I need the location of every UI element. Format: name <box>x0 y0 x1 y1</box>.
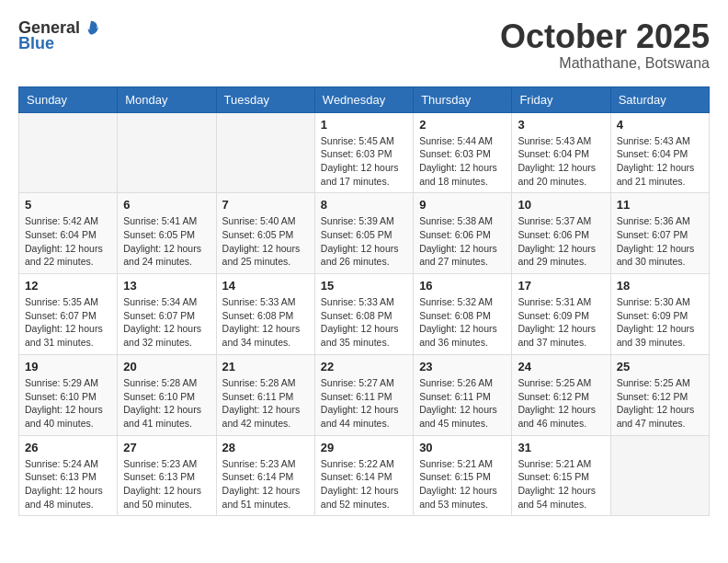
day-info: Sunrise: 5:43 AMSunset: 6:04 PMDaylight:… <box>617 134 703 189</box>
day-number: 23 <box>419 360 506 373</box>
day-info: Sunrise: 5:40 AMSunset: 6:05 PMDaylight:… <box>222 214 309 269</box>
day-info: Sunrise: 5:23 AMSunset: 6:14 PMDaylight:… <box>222 457 309 511</box>
calendar-week-row: 5Sunrise: 5:42 AMSunset: 6:04 PMDaylight… <box>19 193 710 274</box>
calendar-cell: 29Sunrise: 5:22 AMSunset: 6:14 PMDayligh… <box>314 435 413 516</box>
day-number: 8 <box>321 198 407 212</box>
calendar-cell: 5Sunrise: 5:42 AMSunset: 6:04 PMDaylight… <box>19 193 118 274</box>
calendar-cell: 12Sunrise: 5:35 AMSunset: 6:07 PMDayligh… <box>19 274 118 355</box>
day-number: 10 <box>518 198 604 212</box>
day-info: Sunrise: 5:28 AMSunset: 6:11 PMDaylight:… <box>222 376 309 431</box>
day-number: 27 <box>123 441 210 454</box>
calendar-cell: 10Sunrise: 5:37 AMSunset: 6:06 PMDayligh… <box>512 193 610 274</box>
weekday-header-wednesday: Wednesday <box>314 86 413 112</box>
day-info: Sunrise: 5:26 AMSunset: 6:11 PMDaylight:… <box>419 376 506 431</box>
calendar-cell: 25Sunrise: 5:25 AMSunset: 6:12 PMDayligh… <box>610 354 709 435</box>
day-info: Sunrise: 5:34 AMSunset: 6:07 PMDaylight:… <box>123 295 210 350</box>
day-info: Sunrise: 5:22 AMSunset: 6:14 PMDaylight:… <box>321 457 407 511</box>
weekday-header-saturday: Saturday <box>610 86 709 112</box>
day-number: 29 <box>321 441 407 454</box>
calendar-cell: 24Sunrise: 5:25 AMSunset: 6:12 PMDayligh… <box>512 354 610 435</box>
day-info: Sunrise: 5:33 AMSunset: 6:08 PMDaylight:… <box>321 295 407 350</box>
day-info: Sunrise: 5:44 AMSunset: 6:03 PMDaylight:… <box>419 134 506 189</box>
calendar-cell: 27Sunrise: 5:23 AMSunset: 6:13 PMDayligh… <box>118 435 216 516</box>
day-info: Sunrise: 5:21 AMSunset: 6:15 PMDaylight:… <box>518 457 604 511</box>
day-number: 2 <box>419 118 506 132</box>
calendar-cell <box>19 112 118 193</box>
logo: General Blue <box>18 18 100 53</box>
calendar-week-row: 12Sunrise: 5:35 AMSunset: 6:07 PMDayligh… <box>19 274 710 355</box>
calendar-week-row: 19Sunrise: 5:29 AMSunset: 6:10 PMDayligh… <box>19 354 710 435</box>
weekday-header-thursday: Thursday <box>414 86 512 112</box>
day-info: Sunrise: 5:35 AMSunset: 6:07 PMDaylight:… <box>25 295 111 350</box>
day-number: 20 <box>123 360 210 373</box>
day-number: 26 <box>25 441 111 454</box>
calendar-cell: 9Sunrise: 5:38 AMSunset: 6:06 PMDaylight… <box>414 193 512 274</box>
day-info: Sunrise: 5:28 AMSunset: 6:10 PMDaylight:… <box>123 376 210 431</box>
calendar-cell: 13Sunrise: 5:34 AMSunset: 6:07 PMDayligh… <box>118 274 216 355</box>
day-number: 19 <box>25 360 111 373</box>
weekday-header-monday: Monday <box>118 86 216 112</box>
day-info: Sunrise: 5:32 AMSunset: 6:08 PMDaylight:… <box>419 295 506 350</box>
day-number: 17 <box>518 279 604 293</box>
day-info: Sunrise: 5:37 AMSunset: 6:06 PMDaylight:… <box>518 214 604 269</box>
day-number: 15 <box>321 279 407 293</box>
calendar-cell <box>118 112 216 193</box>
day-info: Sunrise: 5:39 AMSunset: 6:05 PMDaylight:… <box>321 214 407 269</box>
day-number: 30 <box>419 441 506 454</box>
day-info: Sunrise: 5:41 AMSunset: 6:05 PMDaylight:… <box>123 214 210 269</box>
calendar-cell: 22Sunrise: 5:27 AMSunset: 6:11 PMDayligh… <box>314 354 413 435</box>
day-info: Sunrise: 5:23 AMSunset: 6:13 PMDaylight:… <box>123 457 210 511</box>
logo-bird-icon <box>82 19 100 38</box>
calendar-cell: 14Sunrise: 5:33 AMSunset: 6:08 PMDayligh… <box>216 274 314 355</box>
day-info: Sunrise: 5:27 AMSunset: 6:11 PMDaylight:… <box>321 376 407 431</box>
calendar-cell: 16Sunrise: 5:32 AMSunset: 6:08 PMDayligh… <box>414 274 512 355</box>
day-number: 11 <box>617 198 703 212</box>
calendar-cell <box>610 435 709 516</box>
calendar-cell: 6Sunrise: 5:41 AMSunset: 6:05 PMDaylight… <box>118 193 216 274</box>
day-number: 16 <box>419 279 506 293</box>
day-info: Sunrise: 5:30 AMSunset: 6:09 PMDaylight:… <box>617 295 703 350</box>
day-number: 9 <box>419 198 506 212</box>
day-info: Sunrise: 5:25 AMSunset: 6:12 PMDaylight:… <box>518 376 604 431</box>
calendar-cell: 20Sunrise: 5:28 AMSunset: 6:10 PMDayligh… <box>118 354 216 435</box>
location-title: Mathathane, Botswana <box>500 55 710 72</box>
day-info: Sunrise: 5:25 AMSunset: 6:12 PMDaylight:… <box>617 376 703 431</box>
calendar-cell: 7Sunrise: 5:40 AMSunset: 6:05 PMDaylight… <box>216 193 314 274</box>
day-number: 7 <box>222 198 309 212</box>
day-number: 25 <box>617 360 703 373</box>
calendar-cell: 1Sunrise: 5:45 AMSunset: 6:03 PMDaylight… <box>314 112 413 193</box>
day-number: 5 <box>25 198 111 212</box>
calendar-cell: 3Sunrise: 5:43 AMSunset: 6:04 PMDaylight… <box>512 112 610 193</box>
calendar-cell: 15Sunrise: 5:33 AMSunset: 6:08 PMDayligh… <box>314 274 413 355</box>
day-info: Sunrise: 5:43 AMSunset: 6:04 PMDaylight:… <box>518 134 604 189</box>
day-number: 21 <box>222 360 309 373</box>
weekday-header-sunday: Sunday <box>19 86 118 112</box>
calendar-cell: 19Sunrise: 5:29 AMSunset: 6:10 PMDayligh… <box>19 354 118 435</box>
calendar-cell: 18Sunrise: 5:30 AMSunset: 6:09 PMDayligh… <box>610 274 709 355</box>
day-info: Sunrise: 5:36 AMSunset: 6:07 PMDaylight:… <box>617 214 703 269</box>
day-info: Sunrise: 5:33 AMSunset: 6:08 PMDaylight:… <box>222 295 309 350</box>
day-number: 24 <box>518 360 604 373</box>
day-info: Sunrise: 5:31 AMSunset: 6:09 PMDaylight:… <box>518 295 604 350</box>
day-number: 1 <box>321 118 407 132</box>
calendar-cell <box>216 112 314 193</box>
calendar-cell: 28Sunrise: 5:23 AMSunset: 6:14 PMDayligh… <box>216 435 314 516</box>
day-info: Sunrise: 5:45 AMSunset: 6:03 PMDaylight:… <box>321 134 407 189</box>
day-info: Sunrise: 5:38 AMSunset: 6:06 PMDaylight:… <box>419 214 506 269</box>
calendar-cell: 8Sunrise: 5:39 AMSunset: 6:05 PMDaylight… <box>314 193 413 274</box>
calendar-cell: 17Sunrise: 5:31 AMSunset: 6:09 PMDayligh… <box>512 274 610 355</box>
title-block: October 2025 Mathathane, Botswana <box>500 18 710 72</box>
month-title: October 2025 <box>500 18 710 55</box>
day-number: 28 <box>222 441 309 454</box>
day-info: Sunrise: 5:24 AMSunset: 6:13 PMDaylight:… <box>25 457 111 511</box>
calendar-cell: 2Sunrise: 5:44 AMSunset: 6:03 PMDaylight… <box>414 112 512 193</box>
page-header: General Blue October 2025 Mathathane, Bo… <box>18 18 710 72</box>
calendar-cell: 11Sunrise: 5:36 AMSunset: 6:07 PMDayligh… <box>610 193 709 274</box>
day-info: Sunrise: 5:29 AMSunset: 6:10 PMDaylight:… <box>25 376 111 431</box>
calendar-cell: 4Sunrise: 5:43 AMSunset: 6:04 PMDaylight… <box>610 112 709 193</box>
weekday-header-friday: Friday <box>512 86 610 112</box>
day-number: 14 <box>222 279 309 293</box>
day-number: 12 <box>25 279 111 293</box>
calendar-cell: 30Sunrise: 5:21 AMSunset: 6:15 PMDayligh… <box>414 435 512 516</box>
day-number: 13 <box>123 279 210 293</box>
